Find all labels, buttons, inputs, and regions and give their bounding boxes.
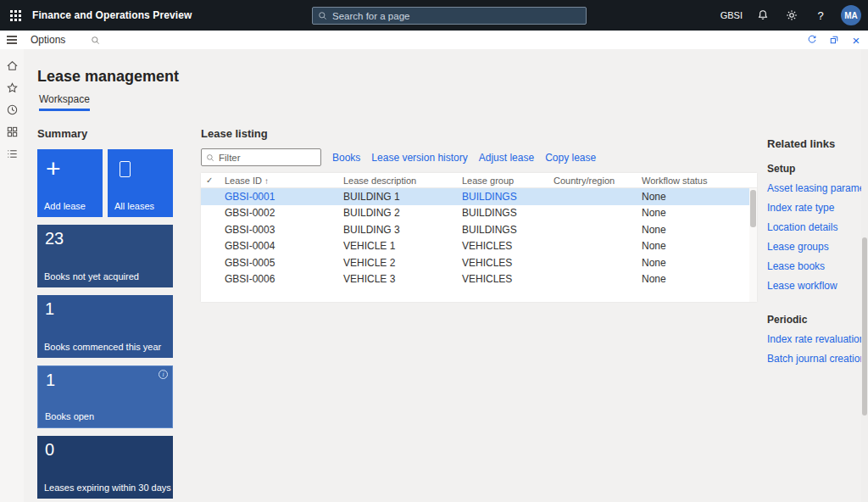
column-header-country[interactable]: Country/region — [554, 176, 642, 186]
tile-label: Add lease — [44, 201, 86, 211]
workflow-status: None — [642, 273, 757, 285]
books-action[interactable]: Books — [332, 152, 360, 164]
workflow-status: None — [642, 207, 757, 219]
tile-count: 23 — [45, 229, 64, 248]
summary-heading: Summary — [37, 127, 173, 140]
column-header-group[interactable]: Lease group — [462, 176, 554, 186]
action-pane: Options × — [0, 31, 868, 49]
column-header-workflow[interactable]: Workflow status — [642, 176, 757, 186]
workflow-status: None — [642, 240, 757, 252]
lease-id[interactable]: GBSI-0006 — [225, 273, 343, 285]
tab-workspace[interactable]: Workspace — [39, 93, 90, 111]
lease-group: BUILDINGS — [462, 207, 554, 219]
lease-listing-section: Lease listing Books Lease version histor… — [201, 127, 757, 302]
top-navigation-bar: Finance and Operations Preview GBSI ? MA — [0, 0, 868, 31]
adjust-lease-action[interactable]: Adjust lease — [479, 152, 534, 164]
column-header-lease-id[interactable]: Lease ID↑ — [225, 176, 343, 186]
left-nav-rail — [0, 49, 24, 502]
table-row[interactable]: GBSI-0006 VEHICLE 3 VEHICLES None — [201, 271, 757, 288]
grid-scrollbar-thumb[interactable] — [750, 190, 756, 227]
column-header-description[interactable]: Lease description — [343, 176, 462, 186]
info-icon[interactable]: i — [159, 370, 168, 379]
home-icon — [6, 59, 19, 72]
home-nav-item[interactable] — [0, 54, 24, 76]
modules-nav-item[interactable] — [0, 142, 24, 165]
lease-id-link[interactable]: GBSI-0001 — [225, 191, 343, 203]
settings-button[interactable] — [783, 7, 800, 24]
lease-id[interactable]: GBSI-0003 — [225, 224, 343, 236]
options-menu[interactable]: Options — [31, 34, 65, 46]
asset-leasing-parameters-link[interactable]: Asset leasing parameters — [767, 182, 867, 194]
tile-label: Books not yet acquired — [44, 271, 139, 282]
grid-scrollbar[interactable] — [749, 188, 757, 302]
global-search-input[interactable] — [332, 11, 581, 21]
close-icon: × — [853, 34, 860, 47]
index-rate-type-link[interactable]: Index rate type — [767, 202, 867, 214]
add-lease-tile[interactable]: + Add lease — [37, 149, 103, 217]
lease-group-link[interactable]: BUILDINGS — [462, 191, 554, 203]
select-all-checkbox[interactable]: ✓ — [206, 176, 225, 185]
workspaces-nav-item[interactable] — [0, 120, 24, 142]
modules-grid-icon — [6, 126, 19, 138]
page-scrollbar[interactable] — [861, 49, 868, 502]
leases-expiring-tile[interactable]: 0 Leases expiring within 30 days — [37, 436, 173, 499]
lease-description: BUILDING 3 — [343, 224, 462, 236]
tile-count: 0 — [45, 440, 54, 460]
batch-journal-creation-link[interactable]: Batch journal creation — [767, 353, 867, 365]
nav-pane-toggle-button[interactable] — [0, 31, 24, 49]
lease-id[interactable]: GBSI-0005 — [225, 257, 343, 269]
lease-id[interactable]: GBSI-0004 — [225, 240, 343, 252]
books-commenced-tile[interactable]: 1 Books commenced this year — [37, 295, 173, 358]
open-in-new-window-button[interactable] — [827, 33, 841, 47]
waffle-icon — [10, 10, 21, 21]
table-row[interactable]: GBSI-0002 BUILDING 2 BUILDINGS None — [201, 205, 757, 222]
lease-workflow-link[interactable]: Lease workflow — [767, 280, 867, 292]
page-scrollbar-thumb[interactable] — [862, 237, 867, 416]
table-row[interactable]: GBSI-0004 VEHICLE 1 VEHICLES None — [201, 238, 757, 255]
help-button[interactable]: ? — [812, 7, 829, 24]
tile-count: 1 — [45, 299, 54, 319]
app-window: Finance and Operations Preview GBSI ? MA… — [0, 0, 868, 502]
page-search-button[interactable] — [89, 34, 101, 46]
lease-description: BUILDING 2 — [343, 207, 462, 219]
list-icon — [6, 148, 19, 160]
lease-books-link[interactable]: Lease books — [767, 260, 867, 272]
lease-id[interactable]: GBSI-0002 — [225, 207, 343, 219]
index-rate-revaluation-link[interactable]: Index rate revaluation — [767, 333, 867, 345]
all-leases-tile[interactable]: All leases — [108, 149, 173, 217]
periodic-heading: Periodic — [767, 314, 867, 326]
listing-toolbar: Books Lease version history Adjust lease… — [201, 148, 757, 166]
recent-nav-item[interactable] — [0, 98, 24, 120]
summary-tiles: + Add lease All leases 23 Books not yet … — [37, 149, 173, 499]
lease-group: VEHICLES — [462, 240, 554, 252]
books-open-tile[interactable]: i 1 Books open — [37, 365, 173, 428]
sort-ascending-icon: ↑ — [264, 176, 269, 186]
filter-input[interactable] — [219, 153, 316, 163]
lease-grid: ✓ Lease ID↑ Lease description Lease grou… — [201, 173, 757, 302]
refresh-button[interactable] — [805, 33, 819, 47]
app-launcher-button[interactable] — [0, 0, 31, 31]
global-search[interactable] — [312, 7, 587, 25]
filter-field[interactable] — [201, 148, 321, 166]
lease-document-icon — [120, 161, 131, 177]
lease-groups-link[interactable]: Lease groups — [767, 241, 867, 253]
user-avatar[interactable]: MA — [841, 5, 861, 25]
copy-lease-action[interactable]: Copy lease — [545, 152, 596, 164]
books-not-acquired-tile[interactable]: 23 Books not yet acquired — [37, 225, 173, 287]
favorites-nav-item[interactable] — [0, 76, 24, 98]
company-selector[interactable]: GBSI — [721, 10, 743, 20]
location-details-link[interactable]: Location details — [767, 221, 867, 233]
table-row[interactable]: GBSI-0005 VEHICLE 2 VEHICLES None — [201, 254, 757, 271]
table-row[interactable]: GBSI-0001 BUILDING 1 BUILDINGS None — [201, 188, 757, 205]
lease-version-history-action[interactable]: Lease version history — [371, 152, 467, 164]
lease-description: VEHICLE 1 — [343, 240, 462, 252]
close-button[interactable]: × — [849, 33, 863, 47]
workflow-status: None — [642, 191, 757, 203]
notifications-button[interactable] — [754, 7, 771, 24]
lease-group: VEHICLES — [462, 273, 554, 285]
tile-label: Books commenced this year — [44, 342, 161, 352]
search-icon — [318, 11, 327, 20]
tile-label: Leases expiring within 30 days — [44, 482, 171, 493]
table-row[interactable]: GBSI-0003 BUILDING 3 BUILDINGS None — [201, 221, 757, 238]
related-links-section: Related links Setup Asset leasing parame… — [767, 137, 867, 365]
